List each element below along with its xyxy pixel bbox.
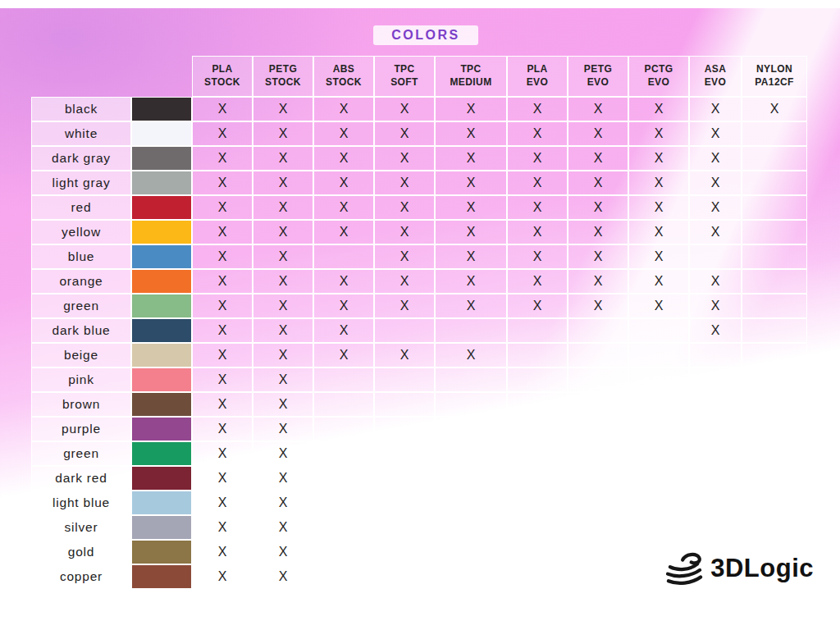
empty-cell (689, 515, 742, 540)
row-label: orange (31, 269, 131, 294)
column-header: PCTGEVO (628, 56, 689, 97)
availability-mark-cell: X (435, 146, 507, 171)
empty-cell (507, 392, 568, 417)
availability-mark-cell: X (507, 97, 568, 121)
availability-mark-cell: X (374, 195, 435, 220)
empty-cell (742, 466, 807, 491)
brand-name: 3DLogic (710, 554, 814, 583)
empty-cell (374, 417, 435, 441)
availability-mark-cell: X (568, 294, 628, 318)
color-swatch (131, 466, 192, 491)
empty-cell (742, 220, 807, 244)
layered-swirl-icon (665, 551, 705, 586)
empty-cell (374, 540, 435, 564)
empty-cell (742, 146, 807, 171)
empty-cell (374, 392, 435, 417)
availability-mark-cell: X (689, 146, 742, 171)
column-header: NYLONPA12CF (742, 56, 807, 97)
table-row: dark grayXXXXXXXXX (31, 146, 807, 171)
empty-cell (742, 244, 807, 269)
availability-mark-cell: X (568, 244, 628, 269)
empty-cell (435, 491, 507, 515)
header-row: PLASTOCKPETGSTOCKABSSTOCKTPCSOFTTPCMEDIU… (31, 56, 807, 97)
color-swatch (131, 343, 192, 368)
availability-mark-cell: X (313, 97, 374, 121)
row-label: white (31, 121, 131, 146)
availability-mark-cell: X (313, 121, 374, 146)
availability-mark-cell: X (689, 269, 742, 294)
availability-mark-cell: X (253, 515, 313, 540)
empty-cell (313, 540, 374, 564)
availability-mark-cell: X (192, 171, 253, 195)
availability-mark-cell: X (192, 244, 253, 269)
color-swatch (131, 417, 192, 441)
color-swatch (131, 491, 192, 515)
availability-mark-cell: X (253, 392, 313, 417)
row-label: pink (31, 368, 131, 392)
empty-cell (568, 491, 628, 515)
color-swatch (131, 368, 192, 392)
availability-mark-cell: X (689, 195, 742, 220)
availability-mark-cell: X (192, 491, 253, 515)
empty-cell (313, 466, 374, 491)
empty-cell (628, 318, 689, 343)
empty-cell (742, 121, 807, 146)
empty-cell (568, 392, 628, 417)
availability-mark-cell: X (689, 171, 742, 195)
availability-mark-cell: X (253, 417, 313, 441)
availability-mark-cell: X (374, 171, 435, 195)
availability-mark-cell: X (435, 343, 507, 368)
availability-mark-cell: X (253, 540, 313, 564)
empty-cell (374, 466, 435, 491)
empty-cell (507, 540, 568, 564)
availability-mark-cell: X (374, 343, 435, 368)
empty-cell (435, 441, 507, 466)
empty-cell (507, 491, 568, 515)
availability-mark-cell: X (192, 417, 253, 441)
availability-mark-cell: X (192, 368, 253, 392)
availability-mark-cell: X (192, 343, 253, 368)
color-swatch (131, 121, 192, 146)
availability-mark-cell: X (742, 97, 807, 121)
table-body: blackXXXXXXXXXXwhiteXXXXXXXXXdark grayXX… (31, 97, 807, 589)
availability-mark-cell: X (507, 294, 568, 318)
empty-cell (435, 540, 507, 564)
empty-cell (507, 417, 568, 441)
availability-mark-cell: X (689, 318, 742, 343)
empty-cell (742, 171, 807, 195)
column-header: ASAEVO (689, 56, 742, 97)
empty-cell (689, 343, 742, 368)
empty-cell (374, 515, 435, 540)
availability-mark-cell: X (192, 146, 253, 171)
table-row: silverXX (31, 515, 807, 540)
empty-cell (374, 318, 435, 343)
empty-cell (435, 515, 507, 540)
availability-mark-cell: X (253, 195, 313, 220)
availability-mark-cell: X (568, 195, 628, 220)
availability-mark-cell: X (192, 540, 253, 564)
empty-cell (742, 269, 807, 294)
row-label: dark gray (31, 146, 131, 171)
row-label: light blue (31, 491, 131, 515)
empty-cell (628, 368, 689, 392)
empty-cell (313, 491, 374, 515)
availability-mark-cell: X (374, 269, 435, 294)
availability-mark-cell: X (507, 121, 568, 146)
table-row: light blueXX (31, 491, 807, 515)
availability-mark-cell: X (689, 220, 742, 244)
empty-cell (689, 466, 742, 491)
availability-mark-cell: X (253, 220, 313, 244)
table-row: purpleXX (31, 417, 807, 441)
table-row: redXXXXXXXXX (31, 195, 807, 220)
availability-mark-cell: X (435, 195, 507, 220)
empty-cell (742, 318, 807, 343)
availability-mark-cell: X (313, 171, 374, 195)
availability-mark-cell: X (253, 294, 313, 318)
row-label: light gray (31, 171, 131, 195)
availability-mark-cell: X (628, 121, 689, 146)
availability-mark-cell: X (374, 121, 435, 146)
empty-cell (568, 540, 628, 564)
row-label: copper (31, 564, 131, 589)
availability-mark-cell: X (507, 220, 568, 244)
color-swatch (131, 244, 192, 269)
